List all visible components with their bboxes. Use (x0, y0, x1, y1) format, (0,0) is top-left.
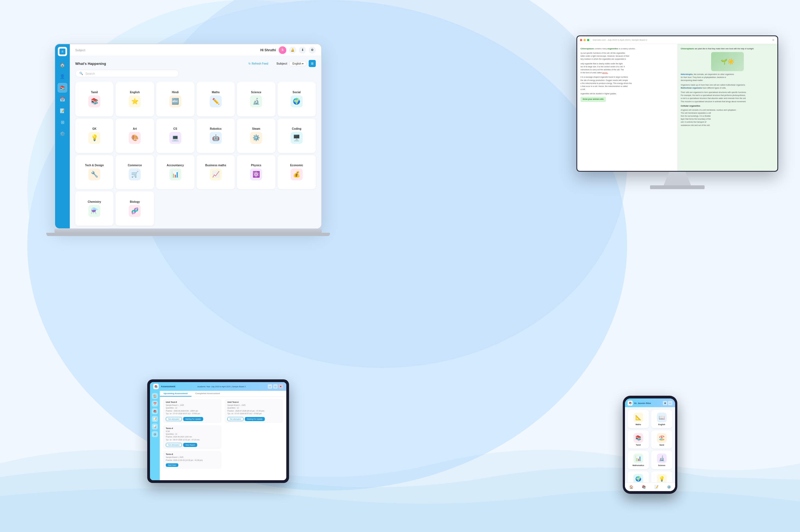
phone-subject-science[interactable]: 🔬 Science (651, 451, 672, 469)
sidebar-item-profile[interactable]: 👤 (58, 71, 67, 81)
subject-card-english[interactable]: English ⭐ (116, 82, 154, 116)
subject-card-science[interactable]: Science 🔬 (237, 82, 275, 116)
assessment-term-4-meta: ICSE Quantities : 12 Practice: 2028-06-2… (166, 430, 219, 441)
phone-subject-english[interactable]: 📖 English (651, 410, 672, 428)
subject-card-hindi[interactable]: Hindi 🔤 (156, 82, 194, 116)
phone-subject-mathematics[interactable]: 📊 Mathematics (628, 451, 649, 469)
phone-subject-sand[interactable]: 🏖️ Sand (651, 430, 672, 449)
refresh-button[interactable]: ↻ Refresh Feed (248, 62, 268, 65)
subject-card-coding[interactable]: Coding 🖥️ (278, 118, 316, 153)
phone-subject-social-science[interactable]: 🌍 Social Science (628, 471, 649, 482)
tablet-minimize-button[interactable]: — (268, 384, 272, 388)
assessment-unit-test-5-actions: Not attempted Starting For Update (166, 416, 219, 421)
feed-section: What's Happening ↻ Refresh Feed Subject … (70, 56, 321, 82)
tablet-sidebar-settings[interactable]: ⚙️ (152, 431, 158, 437)
starting-for-update-button-2[interactable]: Starting For Update (245, 417, 265, 421)
phone-nav-notes[interactable]: 📝 (654, 485, 658, 489)
subject-card-biology[interactable]: Biology 🧬 (116, 191, 154, 226)
tablet-sidebar-home[interactable]: 🏠 (152, 393, 158, 399)
subject-card-business-maths[interactable]: Business maths 📈 (197, 155, 235, 189)
tablet-sidebar-notes[interactable]: 📝 (152, 416, 158, 422)
assessment-term-8-title: Term-8 (166, 453, 219, 455)
phone-subject-tamil[interactable]: 📚 Tamil (628, 430, 649, 449)
subject-label-biology: Biology (130, 200, 140, 203)
phone-more-icon[interactable]: ⋯ (668, 401, 672, 405)
phone-nav-book[interactable]: 📚 (642, 485, 646, 489)
tablet-sidebar-calendar[interactable]: 📅 (152, 401, 158, 406)
sidebar-item-grid[interactable]: ⊞ (58, 117, 67, 127)
not-attempted-button-3[interactable]: Not attempted (227, 417, 243, 421)
settings-topbar-icon[interactable]: ⚙ (309, 46, 316, 54)
search-icon: 🔍 (79, 72, 83, 75)
sidebar-item-settings[interactable]: ⚙️ (58, 129, 67, 138)
sidebar-logo-inner: ≡ (59, 49, 66, 55)
phone-screen: 📚 Dr. Jasmin Ritze ⊞ ⋯ 📐 Maths (625, 398, 675, 491)
subject-card-cs[interactable]: CS 💻 (156, 118, 194, 153)
sidebar-item-subject[interactable]: 📚 (58, 83, 67, 93)
monitor-right-content-3: Their cells are organized to form specia… (681, 91, 774, 103)
search-bar[interactable]: 🔍 Search (75, 70, 179, 77)
sidebar-item-calendar[interactable]: 📅 (58, 94, 67, 104)
subject-card-social[interactable]: Social 🌍 (278, 82, 316, 116)
subject-card-tamil[interactable]: Tamil 📚 (75, 82, 113, 116)
subject-icon-tech-design: 🔧 (88, 168, 100, 180)
subject-card-physics[interactable]: Physics ⚛️ (237, 155, 275, 189)
subject-icon-chemistry: ⚗️ (88, 205, 100, 217)
tablet-tabs: Upcoming Assessment Completed Assessment (160, 391, 286, 397)
subject-icon-steam: ⚙️ (250, 132, 262, 144)
subject-card-steam[interactable]: Steam ⚙️ (237, 118, 275, 153)
subject-icon-accountancy: 📊 (169, 168, 181, 180)
subject-card-robotics[interactable]: Robotics 🤖 (197, 118, 235, 153)
tablet-title: Assessment (161, 385, 175, 388)
monitor-grow-cells-button[interactable]: Grow your animal cells (580, 97, 606, 102)
avatar: S (279, 46, 286, 54)
subject-card-gk[interactable]: GK 💡 (75, 118, 113, 153)
subject-label-coding: Coding (292, 127, 301, 130)
subject-label-social: Social (293, 91, 300, 94)
phone-grid-icon[interactable]: ⊞ (663, 401, 667, 405)
monitor-right-content-2: Organisms made up of more than one cell … (681, 83, 774, 89)
monitor-plant-diagram: 🌱☀️ (711, 52, 744, 71)
subject-card-accountancy[interactable]: Accountancy 📊 (156, 155, 194, 189)
tablet-sidebar-book[interactable]: 📚 (152, 408, 158, 414)
phone-header-icons: ⊞ ⋯ (663, 401, 672, 405)
sidebar-item-notes[interactable]: 📝 (58, 106, 67, 116)
sidebar-item-home[interactable]: 🏠 (58, 60, 67, 70)
starting-for-update-button-1[interactable]: Starting For Update (183, 417, 203, 421)
phone-nav-home[interactable]: 🏠 (629, 485, 633, 489)
subject-card-economic[interactable]: Economic 💰 (278, 155, 316, 189)
tablet-maximize-button[interactable]: □ (273, 384, 278, 388)
tablet-sidebar-chart[interactable]: 📊 (152, 423, 158, 430)
tab-upcoming-assessment[interactable]: Upcoming Assessment (160, 391, 191, 397)
subject-card-tech-design[interactable]: Tech & Design 🔧 (75, 155, 113, 189)
tablet-close-button[interactable]: ✕ (279, 384, 283, 388)
phone-subject-gk[interactable]: 💡 GK (651, 471, 672, 482)
phone-body: 📚 Dr. Jasmin Ritze ⊞ ⋯ 📐 Maths (623, 396, 677, 494)
download-icon[interactable]: ⬇ (299, 46, 306, 54)
subject-card-maths[interactable]: Maths ✏️ (197, 82, 235, 116)
subject-label-cs: CS (173, 127, 177, 130)
tab-completed-assessment[interactable]: Completed Assessment (191, 391, 224, 397)
not-attempted-button-2[interactable]: Not attempted (166, 443, 182, 447)
subject-dropdown[interactable]: English ▾ (289, 61, 306, 66)
assessment-term-4-actions: Not attempted View Report (166, 442, 219, 447)
grid-view-button[interactable]: ⊞ (309, 60, 316, 67)
not-attempted-button-1[interactable]: Not attempted (166, 417, 182, 421)
subject-card-chemistry[interactable]: Chemistry ⚗️ (75, 191, 113, 226)
monitor-close-button[interactable]: ✕ (772, 38, 775, 42)
start-now-button[interactable]: Start Now! (166, 463, 178, 467)
phone-nav-settings[interactable]: ⚙️ (667, 485, 671, 489)
phone-subject-maths[interactable]: 📐 Maths (628, 410, 649, 428)
view-report-button[interactable]: View Report (183, 443, 197, 447)
subject-card-art[interactable]: Art 🎨 (116, 118, 154, 153)
subject-card-commerce[interactable]: Commerce 🛒 (116, 155, 154, 189)
monitor-dot-red (580, 39, 582, 41)
notification-icon[interactable]: 🔔 (289, 46, 296, 54)
tablet-device: 📚 Assessment Academic Year: July 2023 to… (147, 379, 289, 483)
subject-icon-hindi: 🔤 (169, 95, 181, 107)
subject-label-robotics: Robotics (210, 127, 222, 130)
tablet-header-left: 📚 Assessment (153, 384, 175, 389)
monitor-genes-link[interactable]: genes. (602, 72, 608, 74)
phone-label-sand: Sand (659, 444, 664, 446)
laptop-sidebar: ≡ 🏠 👤 📚 📅 📝 ⊞ ⚙️ (55, 44, 70, 228)
